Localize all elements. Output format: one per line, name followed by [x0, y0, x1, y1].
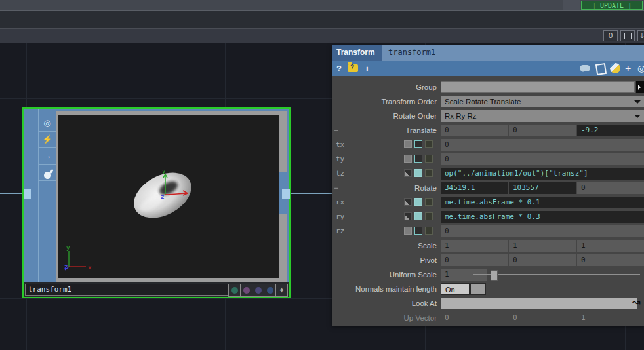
uniform-scale-slider-handle[interactable] — [491, 270, 498, 281]
param-label-rotate-order[interactable]: Rotate Order — [332, 110, 437, 122]
param-label-transform-order[interactable]: Transform Order — [332, 96, 437, 107]
python-mode-icon[interactable] — [610, 63, 620, 73]
pivot-z-field[interactable]: 0 — [577, 254, 644, 266]
input-connector[interactable] — [24, 189, 31, 199]
mode-flag-export[interactable] — [425, 155, 433, 163]
dock-down-icon: ⇓ — [639, 31, 644, 40]
node-viewport[interactable]: y z y x z — [58, 115, 279, 278]
param-label-scale[interactable]: Scale — [332, 240, 437, 252]
pivot-y-field[interactable]: 0 — [509, 254, 576, 266]
mode-flag-constant[interactable] — [404, 155, 412, 163]
palette-dot-2[interactable] — [240, 284, 252, 297]
palette-dot-4[interactable] — [264, 284, 276, 297]
mode-flag-expression[interactable] — [414, 212, 422, 220]
copy-parameters-icon[interactable] — [595, 63, 607, 75]
pane-zero-button[interactable]: 0 — [603, 30, 618, 41]
param-label-uniform-scale[interactable]: Uniform Scale — [332, 269, 437, 281]
mode-flag-constant[interactable] — [404, 140, 412, 148]
param-row-rotate-order: Rotate Order Rx Ry Rz — [332, 110, 644, 122]
mode-flag-constant[interactable] — [404, 169, 412, 177]
viewer-active-icon — [44, 172, 51, 179]
rz-value-field[interactable]: 0 — [441, 225, 644, 237]
param-row-rz: rz 0 — [332, 225, 644, 237]
param-label-pivot[interactable]: Pivot — [332, 254, 437, 266]
palette-add-button[interactable]: ✦ — [275, 284, 288, 297]
mode-flag-expression[interactable] — [414, 155, 422, 163]
palette-dot-3[interactable] — [252, 284, 264, 297]
mode-flag-constant[interactable] — [404, 212, 412, 220]
display-flag-button[interactable]: ◎ — [39, 115, 56, 132]
mode-flag-expression[interactable] — [414, 169, 422, 177]
mode-flag-expression[interactable] — [414, 140, 422, 148]
lookat-field[interactable] — [441, 298, 637, 309]
translate-z-field[interactable]: -9.2 — [577, 125, 644, 136]
pane-maximize-button[interactable] — [620, 30, 635, 41]
info-button[interactable]: i — [366, 61, 369, 76]
translate-y-field[interactable]: 0 — [509, 125, 576, 136]
group-field[interactable] — [441, 81, 635, 93]
operator-name-tab[interactable]: transform1 — [388, 45, 435, 61]
rotate-order-dropdown[interactable]: Rx Ry Rz — [441, 110, 644, 122]
output-connector[interactable] — [282, 189, 290, 199]
cook-flag-button[interactable]: ⚡ — [39, 132, 56, 148]
rotate-z-field[interactable]: 0 — [577, 182, 644, 194]
tz-expression-field[interactable]: op("../animation1/out")["transz"] — [441, 168, 644, 180]
param-label-translate[interactable]: Translate — [332, 125, 437, 136]
param-row-group: Group — [332, 81, 644, 93]
scale-z-field[interactable]: 1 — [577, 240, 644, 252]
ry-expression-field[interactable]: me.time.absFrame * 0.3 — [441, 211, 644, 223]
param-row-ty: ty 0 — [332, 153, 644, 165]
normals-toggle-alt[interactable] — [470, 283, 486, 295]
pane-dock-button[interactable]: ⇓ — [637, 30, 644, 41]
comment-icon[interactable] — [580, 65, 590, 71]
touchdesigner-window: [ UPDATE ] 0 ⇓ ◎ ⚡ → — [0, 0, 644, 350]
param-label-lookat[interactable]: Look At — [332, 298, 437, 309]
param-label-group[interactable]: Group — [332, 81, 437, 93]
palette-dot-1[interactable] — [228, 284, 241, 297]
node-name-field[interactable]: transform1 — [25, 284, 230, 296]
mode-flag-export[interactable] — [425, 198, 433, 206]
param-row-rotate: − Rotate 34519.1 103557 0 — [332, 182, 644, 194]
top-menu-bar: [ UPDATE ] — [0, 0, 644, 11]
language-icon[interactable]: ◎ — [637, 61, 644, 76]
rx-expression-field[interactable]: me.time.absFrame * 0.1 — [441, 197, 644, 208]
operator-type-label: Transform — [332, 45, 382, 61]
export-flag-button[interactable]: → — [39, 148, 56, 165]
help-button[interactable]: ? — [336, 61, 342, 76]
tx-value-field[interactable]: 0 — [441, 139, 644, 151]
normals-toggle-on[interactable]: On — [441, 283, 470, 295]
mode-flag-expression[interactable] — [414, 227, 422, 235]
mode-flag-export[interactable] — [425, 227, 433, 235]
svg-text:x: x — [88, 264, 92, 271]
mode-flag-constant[interactable] — [404, 198, 412, 206]
param-row-normals: Normals maintain length On — [332, 283, 644, 295]
rotate-y-field[interactable]: 103557 — [509, 182, 576, 194]
color-dot-icon — [231, 287, 238, 294]
mode-flag-expression[interactable] — [414, 198, 422, 206]
up-vector-z: 1 — [577, 312, 586, 324]
add-parameter-icon[interactable]: + — [625, 61, 631, 76]
mode-flag-export[interactable] — [425, 169, 433, 177]
translate-x-field[interactable]: 0 — [441, 125, 508, 136]
wire-input — [0, 193, 24, 194]
viewer-flag-button[interactable] — [39, 165, 56, 181]
ty-value-field[interactable]: 0 — [441, 153, 644, 165]
param-label-rotate[interactable]: Rotate — [332, 182, 437, 194]
param-label-normals[interactable]: Normals maintain length — [332, 283, 437, 295]
parameter-title-bar[interactable]: Transform transform1 — [332, 45, 644, 61]
uniform-scale-slider-track[interactable] — [473, 274, 640, 275]
rotate-x-field[interactable]: 34519.1 — [441, 182, 508, 194]
pivot-x-field[interactable]: 0 — [441, 254, 508, 266]
mode-flag-export[interactable] — [425, 140, 433, 148]
update-button[interactable]: [ UPDATE ] — [581, 1, 643, 10]
svg-text:z: z — [161, 193, 164, 200]
mode-flag-export[interactable] — [425, 212, 433, 220]
node-pick-icon[interactable]: ↝ — [632, 296, 641, 308]
python-help-button[interactable]: ? — [348, 64, 358, 72]
scale-x-field[interactable]: 1 — [441, 240, 508, 252]
node-transform1-viewer[interactable]: ◎ ⚡ → — [22, 107, 291, 298]
scale-y-field[interactable]: 1 — [509, 240, 576, 252]
mode-flag-constant[interactable] — [404, 227, 412, 235]
group-picker-button[interactable] — [636, 81, 644, 93]
transform-order-dropdown[interactable]: Scale Rotate Translate — [441, 96, 644, 107]
